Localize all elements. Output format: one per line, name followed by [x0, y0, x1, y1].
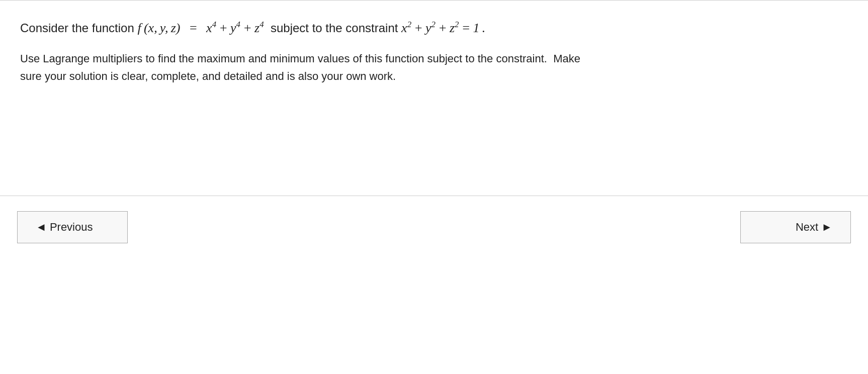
content-area: Consider the function f (x, y, z) = x4 +… [0, 1, 868, 85]
next-button[interactable]: Next ► [740, 211, 851, 243]
previous-button[interactable]: ◄ Previous [17, 211, 128, 243]
navigation-area: ◄ Previous Next ► [0, 196, 868, 258]
function-formula: x4 + y4 + z4 [206, 21, 264, 36]
function-notation: f (x, y, z) [137, 21, 180, 36]
math-formula-line: Consider the function f (x, y, z) = x4 +… [20, 21, 848, 36]
description-line1: Use Lagrange multipliers to find the max… [20, 52, 580, 65]
description-text: Use Lagrange multipliers to find the max… [20, 50, 848, 85]
consider-prefix: Consider the function [20, 21, 137, 35]
constraint-formula: x2 + y2 + z2 = 1 . [401, 21, 485, 36]
description-line2: sure your solution is clear, complete, a… [20, 70, 396, 82]
page-container: Consider the function f (x, y, z) = x4 +… [0, 0, 868, 374]
